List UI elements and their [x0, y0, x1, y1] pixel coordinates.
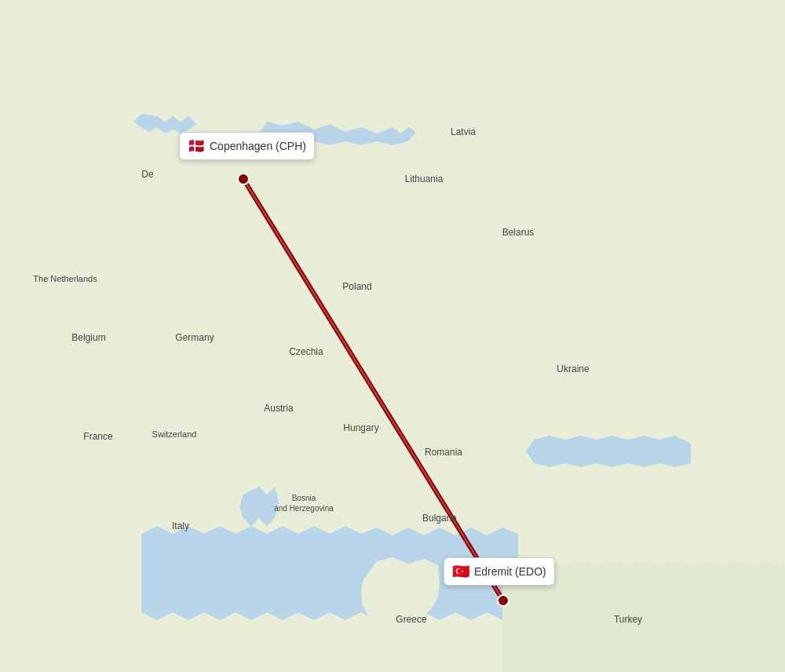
svg-text:Belgium: Belgium: [71, 332, 105, 343]
svg-text:Austria: Austria: [264, 403, 294, 414]
destination-airport-text: Edremit (EDO): [474, 565, 546, 578]
svg-text:Bosnia: Bosnia: [292, 494, 316, 502]
denmark-flag: 🇩🇰: [188, 137, 205, 155]
turkey-flag: 🇹🇷: [452, 563, 469, 580]
svg-text:Belarus: Belarus: [502, 227, 535, 238]
svg-text:Latvia: Latvia: [451, 126, 476, 137]
svg-text:and Herzegovina: and Herzegovina: [274, 504, 334, 513]
svg-point-4: [498, 595, 509, 606]
svg-text:Romania: Romania: [425, 447, 462, 458]
svg-text:De: De: [141, 169, 154, 180]
svg-text:Lithuania: Lithuania: [405, 173, 444, 184]
svg-text:France: France: [83, 431, 113, 442]
origin-airport-label: 🇩🇰 Copenhagen (CPH): [179, 132, 315, 160]
svg-text:Turkey: Turkey: [614, 614, 642, 625]
svg-text:Poland: Poland: [342, 281, 371, 292]
svg-point-3: [238, 173, 249, 184]
svg-text:The Netherlands: The Netherlands: [33, 274, 97, 283]
svg-text:Greece: Greece: [396, 614, 427, 625]
svg-text:Switzerland: Switzerland: [152, 429, 197, 439]
map-container: Latvia Lithuania Belarus Ukraine Poland …: [0, 0, 785, 672]
svg-text:Ukraine: Ukraine: [557, 363, 590, 374]
destination-airport-label: 🇹🇷 Edremit (EDO): [444, 557, 555, 586]
svg-text:Italy: Italy: [172, 520, 189, 531]
svg-text:Czechia: Czechia: [289, 346, 323, 357]
svg-text:Bulgaria: Bulgaria: [422, 513, 457, 524]
map-svg: Latvia Lithuania Belarus Ukraine Poland …: [0, 0, 785, 672]
origin-airport-text: Copenhagen (CPH): [210, 140, 306, 152]
svg-text:Hungary: Hungary: [343, 422, 378, 433]
svg-text:Germany: Germany: [175, 332, 214, 343]
